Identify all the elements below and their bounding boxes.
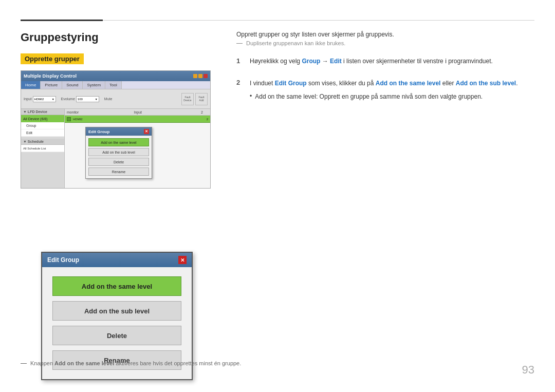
mockup-btn-add-same: Add on the same level	[88, 138, 149, 146]
mockup-app-title: Multiple Display Control	[24, 73, 77, 79]
top-decorative-lines	[21, 20, 534, 21]
page-number: 93	[522, 363, 534, 377]
intro-line1: Opprett grupper og styr listen over skje…	[236, 31, 534, 38]
mockup-toolbar: Input HDMI2▼ Evolume 100▼ Mute FaultDevi…	[21, 89, 210, 109]
toolbar-mute-group: Mute	[104, 97, 113, 101]
toolbar-volume-dropdown: 100▼	[76, 96, 99, 102]
mockup-main-area: monitor Input 2 HDMI2 2 Edit Group ✕	[65, 109, 210, 188]
toolbar-input-group: Input HDMI2▼	[24, 96, 56, 102]
screenshot-mockup: Multiple Display Control Home Picture So…	[21, 70, 211, 189]
section-label: Opprette grupper	[21, 53, 84, 64]
mockup-tabs: Home Picture Sound System Tool	[21, 81, 210, 89]
mockup-table-header: monitor Input 2	[65, 109, 210, 116]
step-2-highlight-same: Add on the same level	[376, 80, 441, 87]
step-2-highlight-editgroup: Edit Group	[275, 80, 307, 87]
step-2-number: 2	[236, 79, 244, 86]
footer-note: Knappen Add on the same level aktiveres …	[21, 360, 534, 366]
mockup-tab-home: Home	[21, 81, 41, 89]
mockup-dialog-body: Add on the same level Add on the sub lev…	[86, 136, 152, 178]
step-1-highlight-edit: Edit	[330, 58, 342, 65]
step-2-text: I vinduet Edit Group som vises, klikker …	[250, 80, 518, 87]
mockup-sidebar: ▼ LFD Device All Device (6/8) Group Edit…	[21, 109, 65, 188]
toolbar-mute-label: Mute	[104, 97, 113, 101]
mockup-sidebar-all-schedule: All Schedule List	[21, 145, 64, 152]
mockup-col-input: Input	[134, 110, 201, 114]
step-2-block: 2 I vinduet Edit Group som vises, klikke…	[236, 78, 534, 101]
step-1-number: 1	[236, 57, 244, 65]
mockup-icon-fault-device-add: FaultAdd	[195, 93, 208, 105]
mockup-btn-delete: Delete	[88, 158, 149, 166]
mockup-data-row-1: HDMI2 2	[65, 116, 210, 123]
mockup-edit-group-dialog: Edit Group ✕ Add on the same level Add o…	[85, 127, 152, 179]
bullet-dot: •	[250, 92, 252, 100]
dialog-title-text: Edit Group	[47, 256, 79, 264]
mockup-tab-tool: Tool	[105, 81, 122, 89]
dialog-titlebar: Edit Group ✕	[42, 253, 192, 267]
top-line-light	[103, 20, 534, 21]
btn-delete[interactable]: Delete	[52, 326, 181, 345]
right-panel: Opprett grupper og styr listen over skje…	[236, 31, 534, 114]
mockup-body: ▼ LFD Device All Device (6/8) Group Edit…	[21, 109, 210, 188]
step-2-highlight-sub: Add on the sub level	[456, 80, 516, 87]
mockup-sidebar-all-devices: All Device (6/8)	[21, 115, 64, 122]
step-1-block: 1 Høyreklikk og velg Group → Edit i list…	[236, 57, 534, 66]
mockup-sidebar-schedule-section: ▼ Schedule	[21, 139, 64, 145]
mockup-tab-sound: Sound	[62, 81, 83, 89]
toolbar-input-dropdown: HDMI2▼	[33, 96, 56, 102]
btn-add-same-level[interactable]: Add on the same level	[52, 276, 181, 296]
intro-note: Dupliserte gruppenavn kan ikke brukes.	[236, 40, 534, 46]
step-2-content: I vinduet Edit Group som vises, klikker …	[250, 78, 518, 101]
step-2-bullet: • Add on the same level: Opprett en grup…	[250, 92, 518, 101]
mockup-col-monitor: monitor	[67, 110, 134, 114]
mockup-dialog-close: ✕	[144, 129, 149, 134]
mockup-dialog-title-text: Edit Group	[88, 129, 109, 134]
btn-add-sub-level[interactable]: Add on the sub level	[52, 301, 181, 321]
footer-note-text: Knappen Add on the same level aktiveres …	[30, 360, 241, 366]
step-2-bullet-highlight: Add on the same level	[255, 93, 316, 100]
top-line-dark	[21, 20, 103, 21]
footer-highlight: Add on the same level	[54, 360, 114, 366]
step-1-highlight-group: Group	[302, 58, 320, 65]
toolbar-volume-group: Evolume 100▼	[61, 96, 99, 102]
mockup-tab-system: System	[83, 81, 105, 89]
mockup-sidebar-group: Group	[21, 122, 64, 129]
intro-note-text: Dupliserte gruppenavn kan ikke brukes.	[246, 40, 345, 46]
left-panel: Gruppestyring Opprette grupper Multiple …	[21, 31, 221, 199]
step-2-bullet-text: Add on the same level: Opprett en gruppe…	[255, 92, 483, 101]
mockup-icon-fault-device: FaultDevice	[181, 93, 194, 105]
note-dash-icon	[236, 43, 243, 44]
mockup-dialog-titlebar: Edit Group ✕	[86, 127, 152, 136]
mockup-sidebar-lfd-section: ▼ LFD Device	[21, 109, 64, 115]
footer-dash-icon	[21, 363, 27, 364]
mockup-titlebar: Multiple Display Control	[21, 71, 210, 81]
mockup-btn-add-sub: Add on the sub level	[88, 148, 149, 156]
mockup-col-num: 2	[201, 110, 208, 114]
mockup-tab-picture: Picture	[41, 81, 62, 89]
dialog-close-button[interactable]: ✕	[178, 256, 187, 264]
mockup-sidebar-edit: Edit	[21, 129, 64, 137]
mockup-btn-rename: Rename	[88, 167, 149, 176]
toolbar-volume-label: Evolume	[61, 97, 75, 101]
step-1-text: Høyreklikk og velg Group → Edit i listen…	[250, 57, 493, 66]
page-title: Gruppestyring	[21, 31, 221, 44]
toolbar-input-label: Input	[24, 97, 32, 101]
